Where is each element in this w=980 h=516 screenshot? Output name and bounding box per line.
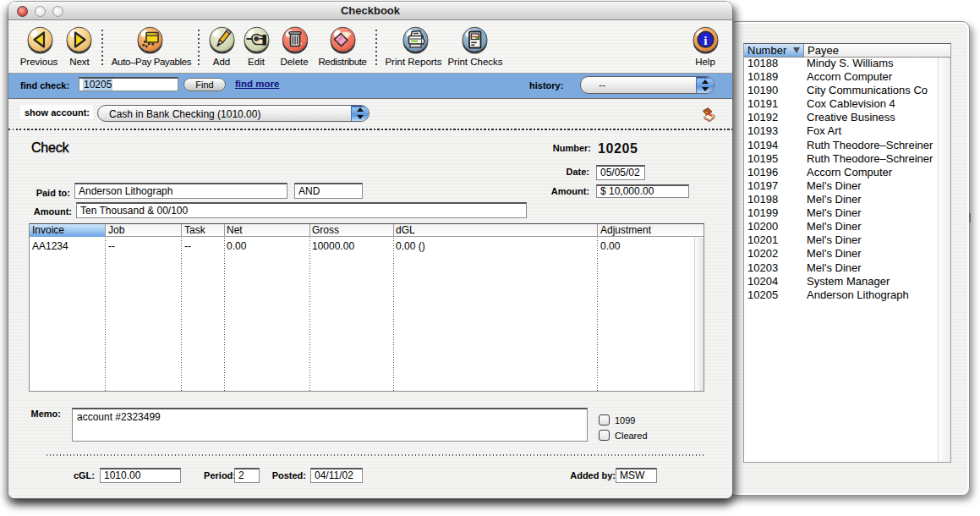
svg-text:i: i [704,33,708,47]
